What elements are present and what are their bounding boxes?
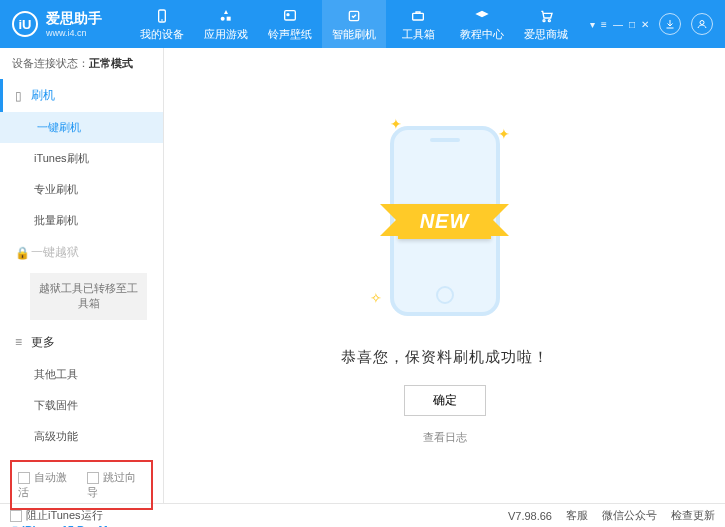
ok-button[interactable]: 确定: [404, 385, 486, 416]
tray-icon[interactable]: ≡: [601, 19, 607, 30]
lock-icon: 🔒: [15, 246, 25, 260]
checkbox-block-itunes[interactable]: 阻止iTunes运行: [10, 508, 103, 523]
success-illustration: ✦ ✦ ✧ NEW: [370, 116, 520, 326]
cart-icon: [537, 7, 555, 25]
brand-name: 爱思助手: [46, 10, 102, 28]
highlighted-options: 自动激活 跳过向导: [10, 460, 153, 510]
nav-label: 爱思商城: [524, 27, 568, 42]
nav-apps[interactable]: 应用游戏: [194, 0, 258, 48]
footer-link-support[interactable]: 客服: [566, 508, 588, 523]
nav-my-device[interactable]: 我的设备: [130, 0, 194, 48]
app-logo: iU 爱思助手 www.i4.cn: [12, 10, 102, 38]
refresh-icon: [345, 7, 363, 25]
sidebar-group-jailbreak: 🔒 一键越狱: [0, 236, 163, 269]
sidebar-group-flash[interactable]: ▯ 刷机: [0, 79, 163, 112]
minimize-icon[interactable]: —: [613, 19, 623, 30]
sidebar-group-label: 刷机: [31, 87, 55, 104]
footer-link-update[interactable]: 检查更新: [671, 508, 715, 523]
version-label: V7.98.66: [508, 510, 552, 522]
sidebar-item-batch[interactable]: 批量刷机: [0, 205, 163, 236]
sidebar-group-label: 一键越狱: [31, 244, 79, 261]
sidebar: 设备连接状态：正常模式 ▯ 刷机 一键刷机 iTunes刷机 专业刷机 批量刷机…: [0, 48, 164, 503]
success-message: 恭喜您，保资料刷机成功啦！: [341, 348, 549, 367]
sidebar-item-itunes[interactable]: iTunes刷机: [0, 143, 163, 174]
close-icon[interactable]: ✕: [641, 19, 649, 30]
jailbreak-note: 越狱工具已转移至工具箱: [30, 273, 147, 320]
svg-point-9: [548, 19, 550, 21]
sidebar-group-label: 更多: [31, 334, 55, 351]
brand-url: www.i4.cn: [46, 28, 102, 38]
nav-label: 工具箱: [402, 27, 435, 42]
nav-tutorial[interactable]: 教程中心: [450, 0, 514, 48]
sidebar-item-other[interactable]: 其他工具: [0, 359, 163, 390]
top-nav: 我的设备 应用游戏 铃声壁纸 智能刷机 工具箱 教程中心 爱思商城: [130, 0, 578, 48]
list-icon: ≡: [15, 335, 25, 349]
maximize-icon[interactable]: □: [629, 19, 635, 30]
checkbox-auto-activate[interactable]: 自动激活: [18, 470, 77, 500]
sidebar-item-firmware[interactable]: 下载固件: [0, 390, 163, 421]
nav-toolbox[interactable]: 工具箱: [386, 0, 450, 48]
graduation-icon: [473, 7, 491, 25]
checkbox-skip-guide[interactable]: 跳过向导: [87, 470, 146, 500]
nav-label: 教程中心: [460, 27, 504, 42]
nav-smart-flash[interactable]: 智能刷机: [322, 0, 386, 48]
svg-rect-4: [285, 10, 296, 19]
sidebar-group-more[interactable]: ≡ 更多: [0, 326, 163, 359]
toolbox-icon: [409, 7, 427, 25]
nav-label: 铃声壁纸: [268, 27, 312, 42]
nav-label: 我的设备: [140, 27, 184, 42]
nav-label: 智能刷机: [332, 27, 376, 42]
view-log-link[interactable]: 查看日志: [423, 430, 467, 445]
phone-outline-icon: ▯: [15, 89, 25, 103]
nav-label: 应用游戏: [204, 27, 248, 42]
sidebar-item-oneclick[interactable]: 一键刷机: [0, 112, 163, 143]
image-icon: [281, 7, 299, 25]
footer-link-wechat[interactable]: 微信公众号: [602, 508, 657, 523]
svg-point-2: [221, 16, 225, 20]
svg-point-10: [700, 21, 704, 25]
sidebar-item-advanced[interactable]: 高级功能: [0, 421, 163, 452]
device-status: 设备连接状态：正常模式: [0, 48, 163, 79]
svg-rect-7: [413, 13, 424, 20]
svg-point-8: [543, 19, 545, 21]
svg-point-5: [287, 13, 289, 15]
app-icon: [217, 7, 235, 25]
nav-store[interactable]: 爱思商城: [514, 0, 578, 48]
nav-ringtone[interactable]: 铃声壁纸: [258, 0, 322, 48]
logo-icon: iU: [12, 11, 38, 37]
phone-icon: [153, 7, 171, 25]
svg-rect-3: [227, 16, 231, 20]
main-panel: ✦ ✦ ✧ NEW 恭喜您，保资料刷机成功啦！ 确定 查看日志: [164, 48, 725, 503]
new-ribbon: NEW: [398, 204, 492, 239]
menu-icon[interactable]: ▾: [590, 19, 595, 30]
sidebar-item-pro[interactable]: 专业刷机: [0, 174, 163, 205]
download-button[interactable]: [659, 13, 681, 35]
user-button[interactable]: [691, 13, 713, 35]
